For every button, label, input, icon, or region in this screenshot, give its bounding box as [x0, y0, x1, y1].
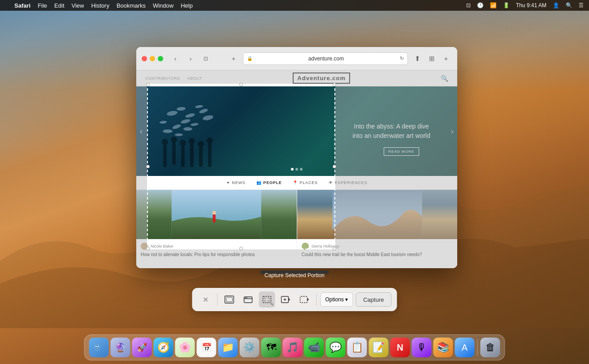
screen-mirroring-icon[interactable]: ⊡ [466, 2, 471, 9]
notification-icon[interactable]: ☰ [579, 2, 584, 9]
svg-point-24 [207, 137, 213, 144]
new-tab-button[interactable]: ⊞ [426, 53, 437, 64]
maximize-window-button[interactable] [158, 56, 163, 61]
dock-item-facetime[interactable]: 📹 [304, 338, 324, 357]
capture-selection-button[interactable]: ↖ [259, 291, 275, 308]
menu-bookmarks[interactable]: Bookmarks [117, 2, 146, 9]
about-link[interactable]: ABOUT [187, 76, 203, 81]
dock-item-appstore[interactable]: A [455, 338, 475, 357]
options-button[interactable]: Options ▾ [320, 292, 353, 307]
tooltip-text: Capture Selected Portion [264, 272, 325, 278]
svg-rect-30 [226, 297, 233, 302]
svg-point-11 [175, 133, 183, 136]
hero-next-button[interactable]: › [451, 127, 454, 136]
notes-icon: 📝 [372, 342, 385, 353]
menu-app-name[interactable]: Safari [14, 2, 30, 9]
record-selection-button[interactable] [297, 291, 313, 308]
svg-rect-36 [264, 298, 266, 299]
svg-marker-41 [289, 298, 290, 301]
dock-item-trash[interactable]: 🗑 [481, 338, 500, 357]
appstore-icon: A [462, 343, 468, 353]
experiences-icon: 👁 [329, 180, 333, 185]
wifi-icon[interactable]: 📶 [490, 2, 497, 9]
hero-dot-3[interactable] [300, 168, 303, 171]
close-window-button[interactable] [142, 56, 147, 61]
dock-item-notes[interactable]: 📝 [369, 338, 389, 357]
back-button[interactable]: ‹ [169, 53, 181, 64]
user-icon[interactable]: 👤 [553, 2, 559, 9]
reload-icon[interactable]: ↻ [400, 56, 404, 61]
capture-button[interactable]: Capture [355, 292, 391, 307]
hero-dot-2[interactable] [295, 168, 298, 171]
dock-item-music[interactable]: 🎵 [283, 338, 303, 357]
add-tab-button[interactable]: + [228, 53, 239, 64]
capture-fullscreen-button[interactable] [221, 291, 238, 308]
traffic-lights [142, 56, 163, 61]
dock-item-calendar[interactable]: 📅 [197, 338, 217, 357]
reminders-icon: 📋 [351, 342, 363, 353]
dock-item-photos[interactable]: 🌸 [175, 338, 195, 357]
dock-item-reminders[interactable]: 📋 [347, 338, 367, 357]
site-search-icon[interactable]: 🔍 [441, 75, 448, 82]
hero-dot-1[interactable] [291, 168, 294, 171]
dock-item-podcasts[interactable]: 🎙 [412, 338, 432, 357]
svg-rect-23 [208, 143, 212, 167]
share-button[interactable]: ⬆ [411, 53, 423, 64]
window-capture-icon [243, 295, 253, 304]
svg-point-43 [284, 299, 286, 300]
menu-view[interactable]: View [72, 2, 84, 9]
search-icon[interactable]: 🔍 [566, 2, 572, 9]
capture-tooltip: Capture Selected Portion [260, 270, 329, 274]
tab-news[interactable]: ✦ NEWS [226, 180, 246, 185]
hero-subtitle: into an underwater art world [352, 131, 430, 141]
menu-history[interactable]: History [91, 2, 109, 9]
site-nav-links: CONTRIBUTORS ABOUT [145, 76, 202, 81]
tab-places[interactable]: 📍 PLACES [293, 180, 318, 185]
author-name-1: Nicole Baker [151, 244, 173, 248]
dock-item-books[interactable]: 📚 [433, 338, 453, 357]
dock-item-finder[interactable] [89, 338, 109, 357]
tab-experiences[interactable]: 👁 EXPERIENCES [329, 180, 368, 185]
record-screen-button[interactable] [278, 291, 294, 308]
photos-icon: 🌸 [179, 342, 191, 353]
launchpad-icon: 🚀 [137, 343, 147, 352]
dock-item-files[interactable]: 📁 [218, 338, 238, 357]
svg-point-33 [245, 297, 246, 298]
svg-point-9 [199, 108, 208, 114]
hero-cta-button[interactable]: READ MORE [384, 147, 419, 156]
svg-point-4 [202, 115, 214, 121]
books-icon: 📚 [437, 342, 449, 353]
forward-button[interactable]: › [185, 53, 196, 64]
svg-point-14 [162, 139, 168, 145]
article-card-2[interactable]: Sierra Holloway Could this new trail be … [297, 190, 458, 258]
hero-prev-button[interactable]: ‹ [140, 127, 143, 136]
svg-point-22 [198, 141, 204, 147]
article-grid: Nicole Baker How not to alienate locals:… [136, 190, 457, 258]
svg-rect-37 [269, 298, 270, 299]
close-screenshot-button[interactable]: ✕ [198, 291, 214, 308]
dock-item-maps[interactable]: 🗺 [261, 338, 281, 357]
menu-edit[interactable]: Edit [54, 2, 64, 9]
time-machine-icon[interactable]: 🕐 [477, 2, 484, 9]
svg-marker-45 [307, 298, 309, 301]
dock-item-siri[interactable]: 🔮 [111, 338, 130, 357]
menu-file[interactable]: File [38, 2, 47, 9]
capture-window-button[interactable] [240, 291, 256, 308]
menu-help[interactable]: Help [181, 2, 193, 9]
dock-item-messages[interactable]: 💬 [326, 338, 346, 357]
dock-item-launchpad[interactable]: 🚀 [132, 338, 152, 357]
address-bar[interactable]: 🔒 adventure.com ↻ [243, 52, 408, 65]
dock-item-settings[interactable]: ⚙️ [240, 338, 260, 357]
extensions-button[interactable]: + [440, 53, 452, 64]
dock-item-news[interactable]: N [390, 338, 410, 357]
tab-people[interactable]: 👥 PEOPLE [256, 180, 282, 185]
contributors-link[interactable]: CONTRIBUTORS [145, 76, 180, 81]
minimize-window-button[interactable] [150, 56, 155, 61]
menu-window[interactable]: Window [153, 2, 173, 9]
clock: Thu 9:41 AM [516, 2, 546, 9]
article-card-1[interactable]: Nicole Baker How not to alienate locals:… [136, 190, 297, 258]
svg-point-6 [172, 124, 182, 130]
sidebar-toggle-button[interactable]: ⊡ [200, 53, 212, 64]
battery-icon[interactable]: 🔋 [503, 2, 510, 9]
dock-item-safari[interactable]: 🧭 [154, 338, 173, 357]
